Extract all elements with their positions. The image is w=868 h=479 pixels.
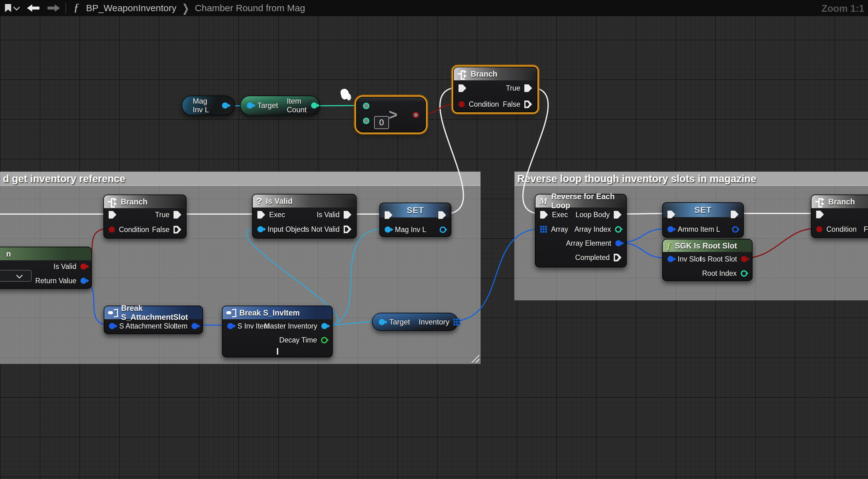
node-break-attachmentslot[interactable]: Break S_AttachmentSlot S Attachment Slot… <box>104 306 203 334</box>
pin-label: Condition <box>469 100 499 109</box>
wire-obj-master-getinventory[interactable] <box>326 322 377 325</box>
node-header: Branch <box>811 195 868 208</box>
exec-out-pin[interactable] <box>438 211 446 219</box>
condition-pin[interactable] <box>459 101 465 107</box>
struct-input-pin[interactable] <box>227 323 234 329</box>
input-pin-target[interactable] <box>379 319 385 325</box>
zoom-level-label: Zoom 1:1 <box>822 3 864 14</box>
wire-bool-sgk-branchright[interactable] <box>744 228 816 258</box>
output-pin-item-count[interactable] <box>311 102 317 109</box>
exec-in-pin[interactable] <box>459 84 466 92</box>
pin-label-partial: F <box>864 225 868 234</box>
item-output-pin[interactable] <box>191 323 198 329</box>
break-struct-icon <box>108 309 117 316</box>
master-inventory-pin[interactable] <box>321 323 328 329</box>
forward-arrow-button[interactable] <box>48 4 60 12</box>
exec-in-pin[interactable] <box>257 211 265 219</box>
completed-exec-pin[interactable] <box>614 254 621 262</box>
exec-in-pin[interactable] <box>540 211 548 219</box>
true-exec-pin[interactable] <box>524 84 532 92</box>
false-exec-pin[interactable] <box>174 226 181 234</box>
inv-slot-pin[interactable] <box>668 256 674 262</box>
exec-out-pin[interactable] <box>731 211 739 218</box>
loop-body-exec-pin[interactable] <box>614 211 621 219</box>
macro-icon: M <box>539 196 548 206</box>
exec-in-pin[interactable] <box>385 211 393 219</box>
output-pin-result[interactable] <box>412 112 419 118</box>
bookmark-icon[interactable] <box>5 4 11 12</box>
node-is-valid[interactable]: ? Is Valid Exec Input Object Is Valid Is… <box>252 194 357 239</box>
pin-label: S Attachment Slot <box>119 322 176 331</box>
breadcrumb-separator-icon: ❯ <box>182 2 189 15</box>
function-icon: ƒ <box>666 240 671 251</box>
pin-label: Completed <box>575 253 610 262</box>
array-element-pin[interactable] <box>615 240 621 246</box>
is-valid-exec-pin[interactable] <box>344 211 351 219</box>
array-index-pin[interactable] <box>615 226 621 233</box>
node-set-mag-inv-l[interactable]: SET Mag Inv L <box>379 203 452 237</box>
back-arrow-button[interactable] <box>27 4 39 12</box>
pin-label: Item <box>174 322 187 331</box>
var-output-pin[interactable] <box>440 227 446 233</box>
chevron-down-icon[interactable] <box>13 4 20 10</box>
wire-int-itemcount-greater[interactable] <box>313 105 363 106</box>
condition-pin[interactable] <box>816 226 823 232</box>
collapse-caret[interactable] <box>277 349 278 355</box>
pin-label: Master Inventory <box>264 322 317 331</box>
condition-pin[interactable] <box>108 227 115 233</box>
node-title: Branch <box>471 69 497 78</box>
break-struct-icon <box>226 309 236 316</box>
node-title: Branch <box>828 197 855 206</box>
blueprint-graph-canvas[interactable]: ƒ BP_WeaponInventory ❯ Chamber Round fro… <box>0 0 868 479</box>
array-output-pin[interactable] <box>454 319 460 326</box>
pin-label: Input Object <box>268 225 306 234</box>
var-input-pin[interactable] <box>385 227 391 233</box>
node-get-inventory[interactable]: Target Inventory <box>372 313 458 331</box>
var-output-pin[interactable] <box>732 226 739 233</box>
node-reverse-for-each-loop[interactable]: M Reverse for Each Loop Exec Array Loop … <box>535 194 627 267</box>
target-dropdown[interactable] <box>0 270 32 282</box>
node-get-item-count[interactable]: Target Item Count <box>240 96 320 115</box>
branch-icon <box>815 198 825 206</box>
is-valid-bool-pin[interactable] <box>81 263 87 270</box>
input-pin-a[interactable] <box>363 103 369 109</box>
struct-input-pin[interactable] <box>109 323 115 329</box>
pin-label: False <box>503 100 520 109</box>
true-exec-pin[interactable] <box>174 211 181 219</box>
node-sgk-is-root-slot[interactable]: ƒ SGK Is Root Slot Inv Slot Is Root Slot… <box>662 239 752 281</box>
var-input-pin[interactable] <box>668 226 674 232</box>
false-exec-pin[interactable] <box>524 101 532 108</box>
exec-in-pin[interactable] <box>816 211 824 218</box>
return-value-pin[interactable] <box>81 278 87 284</box>
node-header: Branch <box>454 67 537 80</box>
root-index-pin[interactable] <box>741 270 747 277</box>
node-branch-left[interactable]: Branch Condition True False <box>103 195 187 239</box>
node-greater-than[interactable]: 0 > <box>356 97 426 133</box>
exec-in-pin[interactable] <box>108 211 116 219</box>
input-pin-b[interactable] <box>363 117 369 124</box>
node-header: ? Is Valid <box>253 195 356 208</box>
node-branch-top[interactable]: Branch Condition True False <box>453 67 537 112</box>
node-get-inventory-item-partial[interactable]: n Is Valid Return Value <box>0 247 92 289</box>
input-pin-target[interactable] <box>247 102 253 109</box>
is-root-slot-pin[interactable] <box>741 256 747 262</box>
is-not-valid-exec-pin[interactable] <box>344 226 351 233</box>
wire-obj-master-setmag[interactable] <box>326 229 385 325</box>
pin-label: False <box>152 226 169 234</box>
output-pin-mag-inv-l[interactable] <box>222 102 228 109</box>
breadcrumb-root[interactable]: BP_WeaponInventory <box>86 3 176 13</box>
node-get-mag-inv-l[interactable]: Mag Inv L <box>182 96 235 115</box>
exec-in-pin[interactable] <box>668 211 675 218</box>
wire-array-inventory-foreach[interactable] <box>450 229 542 322</box>
array-input-pin[interactable] <box>540 226 547 233</box>
default-value-field[interactable]: 0 <box>374 116 389 129</box>
pin-label: Is Not Valid <box>304 225 340 234</box>
node-break-invitem[interactable]: Break S_InvItem S Inv Item Master Invent… <box>222 306 333 357</box>
input-object-pin[interactable] <box>257 226 264 232</box>
node-title: Break S_InvItem <box>239 308 300 317</box>
node-branch-right[interactable]: Branch Condition F <box>811 195 868 238</box>
node-title: SET <box>694 205 712 215</box>
node-set-ammo-item-l[interactable]: SET Ammo Item L <box>662 202 744 238</box>
node-header: Break S_AttachmentSlot <box>104 306 203 319</box>
decay-time-pin[interactable] <box>321 337 328 343</box>
